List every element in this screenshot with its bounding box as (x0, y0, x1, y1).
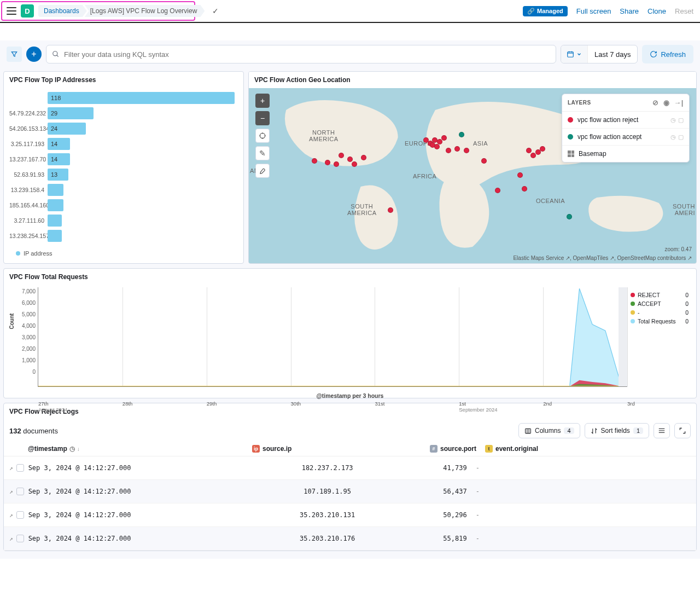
svg-point-0 (53, 51, 57, 56)
table-row[interactable]: ↗ Sep 3, 2024 @ 14:12:27.000 107.189.1.9… (4, 480, 696, 503)
eye-icon[interactable]: ◉ (663, 99, 670, 107)
share-link[interactable]: Share (620, 7, 639, 15)
bar-row[interactable]: 54.206.153.134 24 (9, 121, 238, 136)
plot-area: 27thAugust 202428th29th30th31st1stSeptem… (38, 287, 627, 387)
layer-accept[interactable]: vpc flow action accept ◷▢ (562, 129, 689, 146)
bar-row[interactable]: 118 (9, 90, 238, 106)
collapse-icon[interactable]: →| (674, 99, 684, 107)
panel-geo-map: VPC Flow Action Geo Location NORTHAMERIC… (248, 71, 697, 264)
row-checkbox[interactable] (16, 535, 24, 542)
expand-row-icon[interactable]: ↗ (9, 512, 13, 519)
map-zoom-in[interactable]: + (255, 94, 270, 108)
map-point-reject[interactable] (540, 146, 545, 152)
row-checkbox[interactable] (16, 464, 24, 472)
layer-dot-accept (568, 134, 573, 140)
sort-fields-button[interactable]: Sort fields1 (585, 423, 649, 438)
bar-row[interactable]: 13.238.254.157 (9, 228, 238, 244)
kql-input[interactable] (64, 50, 550, 59)
refresh-button[interactable]: Refresh (642, 45, 693, 63)
map-point-reject[interactable] (312, 158, 317, 164)
bar-label: 13.237.167.70 (9, 156, 48, 163)
cell-source-ip: 182.237.2.173 (243, 464, 412, 472)
expand-icon (679, 427, 686, 435)
saved-check-icon: ✓ (212, 7, 219, 15)
breadcrumb-dashboards[interactable]: Dashboards (38, 5, 87, 17)
bar-label: 54.206.153.134 (9, 125, 48, 132)
bar-label: 13.239.158.4 (9, 187, 48, 193)
row-checkbox[interactable] (16, 488, 24, 495)
time-range-picker[interactable]: Last 7 days (561, 45, 638, 63)
columns-button[interactable]: Columns4 (518, 423, 580, 438)
map-draw-shape[interactable]: ✎ (255, 146, 270, 160)
attrib-osm[interactable]: OpenStreetMap contributors ↗ (617, 255, 692, 261)
table-row[interactable]: ↗ Sep 3, 2024 @ 14:12:27.000 35.203.210.… (4, 527, 696, 551)
expand-row-icon[interactable]: ↗ (9, 535, 13, 542)
density-button[interactable] (654, 423, 670, 438)
calendar-icon (567, 50, 574, 58)
add-filter-button[interactable]: + (26, 47, 42, 62)
map-point-reject[interactable] (339, 153, 344, 158)
bar-row[interactable]: 54.79.224.232 29 (9, 106, 238, 121)
map-point-reject[interactable] (446, 148, 451, 153)
attrib-omt[interactable]: OpenMapTiles ↗ (573, 255, 614, 261)
expand-row-icon[interactable]: ↗ (9, 465, 13, 472)
map-point-reject[interactable] (464, 148, 469, 153)
eye-off-icon[interactable]: ⊘ (652, 99, 659, 107)
panel-reject-logs: VPC Flow Reject Logs 132 documents Colum… (3, 403, 697, 551)
clock-icon: ◷ (670, 134, 676, 141)
map-point-reject[interactable] (454, 146, 460, 152)
bar-row[interactable]: 13.239.158.4 (9, 182, 238, 198)
cell-source-port: 50,296 (412, 511, 467, 519)
basemap-icon (568, 150, 574, 157)
space-badge[interactable]: D (21, 4, 34, 18)
density-icon (658, 427, 666, 435)
map-fit-bounds[interactable] (255, 129, 270, 143)
bar-label: 3.27.111.60 (9, 217, 48, 224)
bar-label: 54.79.224.232 (9, 110, 48, 117)
layer-reject[interactable]: vpc flow action reject ◷▢ (562, 112, 689, 129)
reset-link: Reset (675, 7, 693, 15)
chevron-down-icon (576, 51, 582, 57)
clone-link[interactable]: Clone (648, 7, 666, 15)
link-icon: 🔗 (527, 8, 535, 15)
kql-search[interactable] (46, 45, 556, 63)
bar-row[interactable]: 3.25.117.193 14 (9, 136, 238, 152)
cell-source-ip: 35.203.210.131 (243, 511, 412, 519)
map-point-reject[interactable] (517, 172, 523, 178)
panel-title: VPC Flow Reject Logs (4, 403, 696, 420)
layers-title: LAYERS (568, 100, 591, 106)
cell-event-original: - (467, 488, 691, 495)
fullscreen-table-button[interactable] (674, 423, 691, 438)
map-tools[interactable] (255, 164, 270, 178)
map-attribution: Elastic Maps Service ↗, OpenMapTiles ↗, … (513, 255, 692, 261)
map-point-reject[interactable] (347, 157, 353, 162)
map-point-reject[interactable] (388, 207, 393, 213)
bar-row[interactable]: 185.165.44.160 (9, 198, 238, 213)
map-point-reject[interactable] (361, 155, 366, 160)
bar-label: 185.165.44.160 (9, 202, 48, 209)
full-screen-link[interactable]: Full screen (576, 7, 611, 15)
nav-toggle[interactable] (7, 7, 16, 15)
table-row[interactable]: ↗ Sep 3, 2024 @ 14:12:27.000 182.237.2.1… (4, 456, 696, 480)
breadcrumb: Dashboards [Logs AWS] VPC Flow Log Overv… (38, 5, 205, 17)
map-zoom-out[interactable]: − (255, 111, 270, 125)
cell-timestamp: Sep 3, 2024 @ 14:12:27.000 (24, 464, 243, 472)
expand-row-icon[interactable]: ↗ (9, 488, 13, 495)
table-row[interactable]: ↗ Sep 3, 2024 @ 14:12:27.000 35.203.210.… (4, 503, 696, 527)
map-point-reject[interactable] (437, 139, 442, 144)
map-zoom-label: zoom: 0.47 (665, 246, 692, 252)
row-checkbox[interactable] (16, 511, 24, 519)
cell-timestamp: Sep 3, 2024 @ 14:12:27.000 (24, 535, 243, 542)
bar-row[interactable]: 13.237.167.70 14 (9, 152, 238, 167)
bar-row[interactable]: 3.27.111.60 (9, 213, 238, 228)
top-ip-bar-chart: 11854.79.224.232 2954.206.153.134 243.25… (4, 88, 243, 247)
bar-row[interactable]: 52.63.91.93 13 (9, 167, 238, 182)
layer-basemap[interactable]: Basemap (562, 146, 689, 162)
filter-toggle[interactable] (7, 47, 22, 62)
sort-desc-icon[interactable]: ↓ (77, 446, 80, 452)
bar-label: 3.25.117.193 (9, 141, 48, 147)
attrib-ems[interactable]: Elastic Maps Service ↗ (513, 255, 570, 261)
map-point-reject[interactable] (526, 148, 532, 153)
cell-source-ip: 107.189.1.95 (243, 488, 412, 495)
y-axis: Count 7,0006,0005,0004,0003,0002,0001,00… (8, 287, 38, 387)
